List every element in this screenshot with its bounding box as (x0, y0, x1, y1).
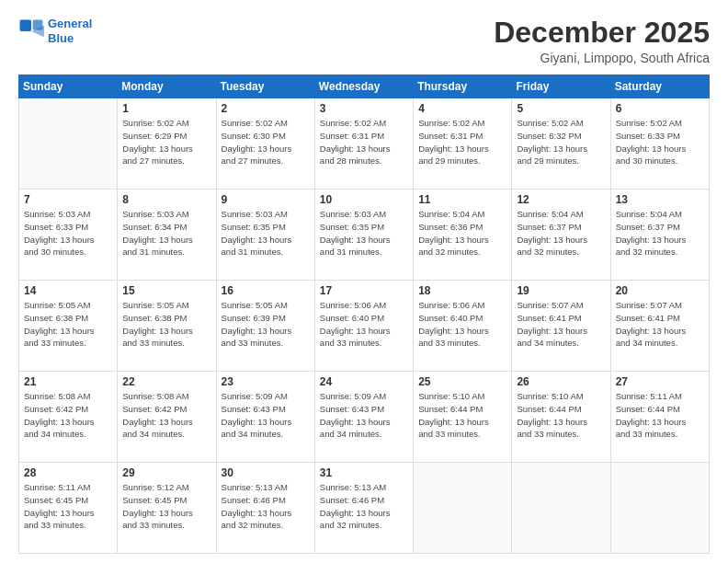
calendar-cell: 27Sunrise: 5:11 AMSunset: 6:44 PMDayligh… (610, 372, 709, 463)
col-header-tuesday: Tuesday (216, 75, 314, 98)
day-number: 4 (418, 102, 506, 115)
calendar-cell: 18Sunrise: 5:06 AMSunset: 6:40 PMDayligh… (414, 281, 512, 372)
day-info: Sunrise: 5:11 AMSunset: 6:45 PMDaylight:… (24, 481, 112, 532)
day-info: Sunrise: 5:09 AMSunset: 6:43 PMDaylight:… (320, 390, 408, 441)
day-number: 2 (222, 102, 310, 115)
header: General Blue December 2025 Giyani, Limpo… (18, 17, 710, 65)
day-info: Sunrise: 5:03 AMSunset: 6:33 PMDaylight:… (24, 208, 112, 259)
calendar-cell: 10Sunrise: 5:03 AMSunset: 6:35 PMDayligh… (314, 190, 413, 281)
calendar-cell: 21Sunrise: 5:08 AMSunset: 6:42 PMDayligh… (19, 372, 118, 463)
day-info: Sunrise: 5:09 AMSunset: 6:43 PMDaylight:… (222, 390, 310, 441)
col-header-friday: Friday (512, 75, 610, 98)
day-number: 24 (320, 375, 408, 388)
calendar-cell: 8Sunrise: 5:03 AMSunset: 6:34 PMDaylight… (118, 190, 216, 281)
logo-icon (18, 18, 44, 44)
day-number: 17 (320, 284, 408, 297)
day-number: 23 (222, 375, 310, 388)
day-number: 28 (24, 466, 112, 479)
calendar-cell: 26Sunrise: 5:10 AMSunset: 6:44 PMDayligh… (512, 372, 610, 463)
calendar-cell: 23Sunrise: 5:09 AMSunset: 6:43 PMDayligh… (216, 372, 314, 463)
day-info: Sunrise: 5:08 AMSunset: 6:42 PMDaylight:… (24, 390, 112, 441)
day-info: Sunrise: 5:08 AMSunset: 6:42 PMDaylight:… (122, 390, 210, 441)
calendar-cell: 15Sunrise: 5:05 AMSunset: 6:38 PMDayligh… (118, 281, 216, 372)
day-number: 22 (122, 375, 210, 388)
calendar-cell: 25Sunrise: 5:10 AMSunset: 6:44 PMDayligh… (414, 372, 512, 463)
day-number: 7 (24, 193, 112, 206)
page: General Blue December 2025 Giyani, Limpo… (0, 0, 728, 563)
month-title: December 2025 (494, 17, 710, 49)
day-info: Sunrise: 5:02 AMSunset: 6:31 PMDaylight:… (320, 117, 408, 167)
calendar-cell: 13Sunrise: 5:04 AMSunset: 6:37 PMDayligh… (610, 190, 709, 281)
calendar-cell: 30Sunrise: 5:13 AMSunset: 6:46 PMDayligh… (216, 463, 314, 554)
day-info: Sunrise: 5:03 AMSunset: 6:34 PMDaylight:… (122, 208, 210, 259)
calendar-cell: 9Sunrise: 5:03 AMSunset: 6:35 PMDaylight… (216, 190, 314, 281)
calendar-cell (414, 463, 512, 554)
col-header-saturday: Saturday (610, 75, 709, 98)
logo-blue: Blue (48, 31, 74, 45)
calendar-cell (512, 463, 610, 554)
day-number: 16 (222, 284, 310, 297)
calendar-week-row: 14Sunrise: 5:05 AMSunset: 6:38 PMDayligh… (19, 281, 710, 372)
day-number: 31 (320, 466, 408, 479)
calendar-cell: 5Sunrise: 5:02 AMSunset: 6:32 PMDaylight… (512, 98, 610, 190)
calendar-cell (610, 463, 709, 554)
day-info: Sunrise: 5:05 AMSunset: 6:39 PMDaylight:… (222, 299, 310, 350)
day-number: 12 (517, 193, 605, 206)
day-info: Sunrise: 5:02 AMSunset: 6:29 PMDaylight:… (122, 117, 210, 167)
day-number: 8 (122, 193, 210, 206)
day-info: Sunrise: 5:05 AMSunset: 6:38 PMDaylight:… (24, 299, 112, 350)
day-number: 1 (122, 102, 210, 115)
day-info: Sunrise: 5:06 AMSunset: 6:40 PMDaylight:… (418, 299, 506, 350)
col-header-sunday: Sunday (19, 75, 118, 98)
day-number: 15 (122, 284, 210, 297)
calendar-cell: 17Sunrise: 5:06 AMSunset: 6:40 PMDayligh… (314, 281, 413, 372)
day-number: 14 (24, 284, 112, 297)
calendar-cell: 31Sunrise: 5:13 AMSunset: 6:46 PMDayligh… (314, 463, 413, 554)
day-info: Sunrise: 5:03 AMSunset: 6:35 PMDaylight:… (320, 208, 408, 259)
calendar-cell: 22Sunrise: 5:08 AMSunset: 6:42 PMDayligh… (118, 372, 216, 463)
day-number: 18 (418, 284, 506, 297)
day-info: Sunrise: 5:11 AMSunset: 6:44 PMDaylight:… (616, 390, 704, 441)
calendar-cell: 11Sunrise: 5:04 AMSunset: 6:36 PMDayligh… (414, 190, 512, 281)
day-number: 6 (616, 102, 704, 115)
day-number: 19 (517, 284, 605, 297)
day-number: 20 (616, 284, 704, 297)
day-info: Sunrise: 5:10 AMSunset: 6:44 PMDaylight:… (517, 390, 605, 441)
calendar-cell: 2Sunrise: 5:02 AMSunset: 6:30 PMDaylight… (216, 98, 314, 190)
logo-text: General Blue (48, 17, 92, 45)
calendar-cell: 14Sunrise: 5:05 AMSunset: 6:38 PMDayligh… (19, 281, 118, 372)
day-number: 3 (320, 102, 408, 115)
calendar-week-row: 1Sunrise: 5:02 AMSunset: 6:29 PMDaylight… (19, 98, 710, 190)
calendar-cell: 4Sunrise: 5:02 AMSunset: 6:31 PMDaylight… (414, 98, 512, 190)
day-number: 9 (222, 193, 310, 206)
day-number: 11 (418, 193, 506, 206)
svg-rect-0 (20, 19, 31, 30)
calendar-table: SundayMondayTuesdayWednesdayThursdayFrid… (18, 75, 710, 554)
day-info: Sunrise: 5:04 AMSunset: 6:37 PMDaylight:… (616, 208, 704, 259)
day-number: 29 (122, 466, 210, 479)
day-info: Sunrise: 5:12 AMSunset: 6:45 PMDaylight:… (122, 481, 210, 532)
col-header-thursday: Thursday (414, 75, 512, 98)
day-number: 26 (517, 375, 605, 388)
calendar-cell: 7Sunrise: 5:03 AMSunset: 6:33 PMDaylight… (19, 190, 118, 281)
title-block: December 2025 Giyani, Limpopo, South Afr… (494, 17, 710, 65)
calendar-header-row: SundayMondayTuesdayWednesdayThursdayFrid… (19, 75, 710, 98)
calendar-cell: 1Sunrise: 5:02 AMSunset: 6:29 PMDaylight… (118, 98, 216, 190)
logo-general: General (48, 17, 92, 30)
day-info: Sunrise: 5:07 AMSunset: 6:41 PMDaylight:… (517, 299, 605, 350)
day-number: 30 (222, 466, 310, 479)
day-info: Sunrise: 5:03 AMSunset: 6:35 PMDaylight:… (222, 208, 310, 259)
day-info: Sunrise: 5:02 AMSunset: 6:31 PMDaylight:… (418, 117, 506, 167)
logo: General Blue (18, 17, 92, 45)
day-info: Sunrise: 5:04 AMSunset: 6:36 PMDaylight:… (418, 208, 506, 259)
day-number: 25 (418, 375, 506, 388)
calendar-cell: 19Sunrise: 5:07 AMSunset: 6:41 PMDayligh… (512, 281, 610, 372)
day-info: Sunrise: 5:06 AMSunset: 6:40 PMDaylight:… (320, 299, 408, 350)
day-number: 5 (517, 102, 605, 115)
calendar-cell: 6Sunrise: 5:02 AMSunset: 6:33 PMDaylight… (610, 98, 709, 190)
col-header-wednesday: Wednesday (314, 75, 413, 98)
day-info: Sunrise: 5:13 AMSunset: 6:46 PMDaylight:… (320, 481, 408, 532)
col-header-monday: Monday (118, 75, 216, 98)
day-number: 27 (616, 375, 704, 388)
day-info: Sunrise: 5:07 AMSunset: 6:41 PMDaylight:… (616, 299, 704, 350)
